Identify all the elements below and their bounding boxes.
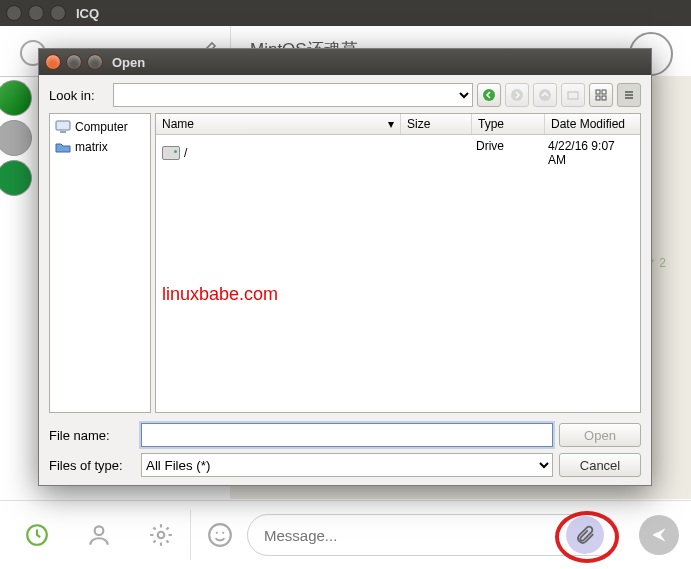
bottom-divider (190, 510, 191, 560)
contacts-icon[interactable] (80, 516, 118, 554)
svg-rect-11 (602, 90, 606, 94)
sidebar-avatars (0, 76, 30, 216)
window-maximize-icon[interactable] (50, 5, 66, 21)
file-list-header: Name▾ Size Type Date Modified (156, 114, 640, 135)
cancel-button[interactable]: Cancel (559, 453, 641, 477)
svg-rect-15 (60, 131, 66, 133)
contact-avatar[interactable] (0, 80, 32, 116)
svg-point-3 (209, 524, 231, 546)
svg-point-8 (539, 89, 551, 101)
svg-point-4 (216, 532, 218, 534)
svg-rect-9 (568, 92, 578, 99)
computer-icon (55, 120, 71, 134)
attach-button[interactable] (566, 516, 604, 554)
file-size (400, 137, 470, 169)
file-list[interactable]: Name▾ Size Type Date Modified / Drive 4/… (155, 113, 641, 413)
window-close-icon[interactable] (6, 5, 22, 21)
file-name: / (184, 146, 187, 160)
filename-input[interactable] (141, 423, 553, 447)
col-type[interactable]: Type (472, 114, 545, 134)
list-view-button[interactable] (617, 83, 641, 107)
svg-rect-10 (596, 90, 600, 94)
svg-point-5 (222, 532, 224, 534)
col-size[interactable]: Size (401, 114, 472, 134)
col-date[interactable]: Date Modified (545, 114, 640, 134)
place-label: matrix (75, 140, 108, 154)
icon-view-button[interactable] (589, 83, 613, 107)
contact-avatar[interactable] (0, 120, 32, 156)
filetype-select[interactable]: All Files (*) (141, 453, 553, 477)
sort-indicator-icon: ▾ (388, 117, 394, 131)
dialog-minimize-icon[interactable] (66, 54, 82, 70)
dialog-titlebar: Open (39, 49, 651, 75)
emoji-icon[interactable] (201, 516, 239, 554)
svg-point-1 (95, 526, 104, 535)
svg-point-6 (483, 89, 495, 101)
message-input[interactable] (262, 526, 566, 545)
open-button: Open (559, 423, 641, 447)
places-sidebar: Computer matrix (49, 113, 151, 413)
back-button[interactable] (477, 83, 501, 107)
file-type: Drive (470, 137, 542, 169)
look-in-select[interactable] (113, 83, 473, 107)
place-label: Computer (75, 120, 128, 134)
window-minimize-icon[interactable] (28, 5, 44, 21)
app-title: ICQ (76, 6, 99, 21)
recent-icon[interactable] (18, 516, 56, 554)
message-box[interactable] (247, 514, 619, 556)
contact-avatar[interactable] (0, 160, 32, 196)
settings-icon[interactable] (142, 516, 180, 554)
dialog-maximize-icon[interactable] (87, 54, 103, 70)
drive-icon (162, 146, 180, 160)
svg-rect-13 (602, 96, 606, 100)
svg-point-7 (511, 89, 523, 101)
dialog-title: Open (112, 55, 145, 70)
place-home[interactable]: matrix (53, 137, 147, 157)
svg-rect-14 (56, 121, 70, 130)
folder-icon (55, 140, 71, 154)
filetype-label: Files of type: (49, 458, 135, 473)
file-row[interactable]: / Drive 4/22/16 9:07 AM (156, 135, 640, 171)
dialog-close-icon[interactable] (45, 54, 61, 70)
file-date: 4/22/16 9:07 AM (542, 137, 640, 169)
new-folder-button (561, 83, 585, 107)
filename-label: File name: (49, 428, 135, 443)
col-name[interactable]: Name▾ (156, 114, 401, 134)
svg-point-2 (158, 532, 165, 539)
up-button (533, 83, 557, 107)
svg-rect-12 (596, 96, 600, 100)
bottom-bar (0, 500, 691, 569)
watermark-text: linuxbabe.com (162, 284, 278, 305)
open-file-dialog: Open Look in: Computer matrix (38, 48, 652, 486)
forward-button (505, 83, 529, 107)
look-in-label: Look in: (49, 88, 109, 103)
app-titlebar: ICQ (0, 0, 691, 26)
place-computer[interactable]: Computer (53, 117, 147, 137)
send-button[interactable] (639, 515, 679, 555)
